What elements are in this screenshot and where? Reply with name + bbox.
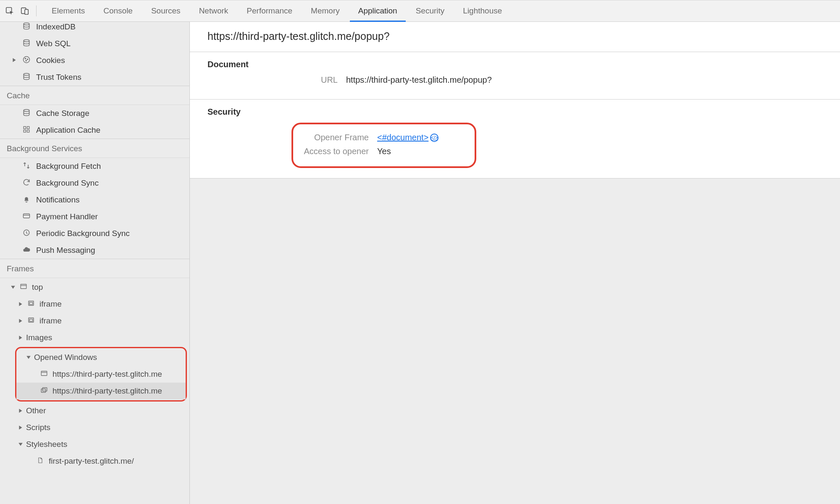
sidebar-item-cookies[interactable]: Cookies (0, 52, 189, 69)
field-label-url: URL (207, 75, 346, 85)
tree-item-label: Stylesheets (26, 440, 67, 449)
tree-item-scripts[interactable]: Scripts (0, 419, 189, 436)
sidebar-item-label: Web SQL (36, 39, 71, 48)
page-title: https://third-party-test.glitch.me/popup… (190, 22, 840, 52)
sidebar-item-periodic-sync[interactable]: Periodic Background Sync (0, 225, 189, 242)
tab-memory[interactable]: Memory (302, 0, 349, 21)
highlight-security-fields: Opener Frame <#document> </> Access to o… (291, 123, 476, 168)
field-label-opener-frame: Opener Frame (293, 133, 377, 142)
svg-rect-22 (41, 371, 47, 375)
sidebar-item-application-cache[interactable]: Application Cache (0, 122, 189, 139)
section-document: Document URL https://third-party-test.gl… (190, 52, 840, 100)
tab-sources[interactable]: Sources (142, 0, 190, 21)
tree-item-iframe[interactable]: iframe (0, 312, 189, 329)
reveal-icon: </> (430, 134, 438, 142)
tree-item-images[interactable]: Images (0, 329, 189, 346)
svg-point-6 (25, 58, 26, 59)
tree-item-label: Scripts (26, 423, 50, 432)
sidebar-item-label: Application Cache (36, 126, 100, 135)
application-sidebar: IndexedDB Web SQL Cookies Trust Tokens C… (0, 22, 190, 504)
svg-rect-23 (41, 389, 46, 392)
tree-item-opened-window[interactable]: https://third-party-test.glitch.me (16, 366, 186, 383)
expand-arrow-icon[interactable] (12, 58, 18, 63)
expand-arrow-icon[interactable] (18, 425, 24, 430)
tab-application[interactable]: Application (349, 0, 407, 21)
sidebar-item-label: Cache Storage (36, 109, 89, 118)
collapse-arrow-icon[interactable] (18, 441, 24, 447)
tree-item-stylesheets[interactable]: Stylesheets (0, 436, 189, 453)
sidebar-item-bg-fetch[interactable]: Background Fetch (0, 158, 189, 175)
tab-console[interactable]: Console (94, 0, 142, 21)
devtools-tabbar: Elements Console Sources Network Perform… (0, 0, 840, 22)
inspect-icon[interactable] (4, 5, 15, 16)
field-value-access-to-opener: Yes (377, 147, 391, 156)
tree-item-label: top (32, 283, 43, 292)
clock-icon (21, 228, 32, 239)
cloud-icon (21, 245, 32, 256)
sidebar-item-trust-tokens[interactable]: Trust Tokens (0, 69, 189, 86)
link-text: <#document> (377, 133, 428, 142)
grid-icon (21, 126, 32, 135)
sidebar-item-label: Trust Tokens (36, 73, 81, 82)
tree-item-label: first-party-test.glitch.me/ (49, 457, 134, 466)
sidebar-item-payment-handler[interactable]: Payment Handler (0, 208, 189, 225)
svg-point-7 (27, 59, 28, 60)
svg-rect-2 (25, 9, 28, 14)
opener-frame-link[interactable]: <#document> </> (377, 133, 438, 142)
tab-performance[interactable]: Performance (237, 0, 302, 21)
sidebar-item-bg-sync[interactable]: Background Sync (0, 175, 189, 192)
tree-item-label: https://third-party-test.glitch.me (52, 386, 162, 396)
tab-security[interactable]: Security (407, 0, 454, 21)
frame-icon (26, 299, 36, 309)
tree-item-label: iframe (39, 316, 62, 326)
window-icon (39, 370, 49, 379)
svg-rect-13 (24, 130, 26, 132)
expand-arrow-icon[interactable] (18, 408, 24, 414)
svg-point-9 (24, 73, 29, 75)
sidebar-heading-cache: Cache (0, 86, 189, 105)
svg-point-8 (26, 60, 26, 61)
collapse-arrow-icon[interactable] (10, 284, 16, 290)
tree-item-other[interactable]: Other (0, 402, 189, 419)
tree-item-opened-window-selected[interactable]: https://third-party-test.glitch.me (16, 383, 186, 399)
tree-item-label: iframe (39, 299, 62, 309)
tree-item-top[interactable]: top (0, 279, 189, 296)
svg-rect-19 (29, 302, 33, 304)
sidebar-item-websql[interactable]: Web SQL (0, 35, 189, 52)
content-pane: https://third-party-test.glitch.me/popup… (190, 22, 840, 504)
svg-rect-24 (42, 388, 47, 391)
section-security: Security Opener Frame <#document> </> Ac… (190, 100, 840, 178)
tab-network[interactable]: Network (190, 0, 238, 21)
tree-item-iframe[interactable]: iframe (0, 296, 189, 312)
frames-tree: top iframe iframe Images (0, 278, 189, 470)
tab-lighthouse[interactable]: Lighthouse (454, 0, 511, 21)
sidebar-item-push-messaging[interactable]: Push Messaging (0, 242, 189, 259)
tree-item-label: Other (26, 406, 46, 415)
field-value-url: https://third-party-test.glitch.me/popup… (346, 75, 492, 85)
sidebar-item-cache-storage[interactable]: Cache Storage (0, 105, 189, 122)
sidebar-item-label: Payment Handler (36, 212, 98, 221)
tree-item-stylesheet-file[interactable]: first-party-test.glitch.me/ (0, 453, 189, 470)
database-icon (21, 22, 32, 32)
device-toggle-icon[interactable] (19, 5, 30, 16)
svg-rect-21 (29, 319, 33, 321)
section-title: Document (207, 60, 840, 69)
sidebar-item-label: Push Messaging (36, 246, 95, 255)
expand-arrow-icon[interactable] (18, 335, 24, 341)
svg-point-5 (24, 56, 30, 63)
tree-item-opened-windows[interactable]: Opened Windows (16, 349, 186, 366)
sidebar-heading-frames: Frames (0, 259, 189, 278)
expand-arrow-icon[interactable] (18, 318, 24, 324)
expand-arrow-icon[interactable] (18, 301, 24, 307)
database-icon (21, 108, 32, 119)
svg-point-4 (24, 39, 29, 42)
sidebar-item-indexeddb[interactable]: IndexedDB (0, 22, 189, 35)
transfer-icon (21, 161, 32, 172)
collapse-arrow-icon[interactable] (26, 354, 32, 360)
sidebar-item-label: Notifications (36, 195, 80, 205)
svg-rect-12 (27, 126, 29, 129)
sidebar-item-notifications[interactable]: Notifications (0, 192, 189, 208)
svg-point-10 (24, 109, 29, 111)
tab-elements[interactable]: Elements (42, 0, 94, 21)
cookie-icon (21, 55, 32, 66)
